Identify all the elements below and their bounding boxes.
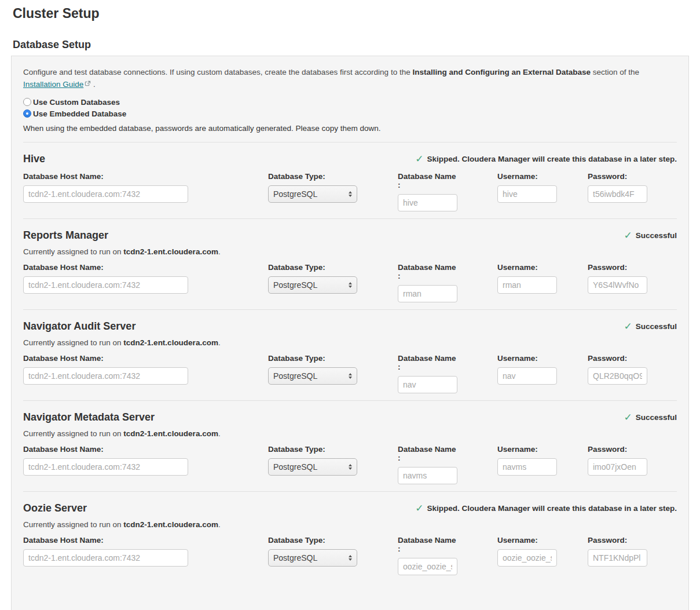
assigned-prefix: Currently assigned to run on: [23, 338, 122, 347]
db-type-selected-value: PostgreSQL: [273, 462, 317, 472]
select-stepper-icon: [349, 282, 352, 288]
status-text: Skipped. Cloudera Manager will create th…: [427, 155, 677, 163]
db-name-input[interactable]: [398, 194, 457, 211]
db-host-input[interactable]: [23, 367, 188, 385]
field-label-host: Database Host Name:: [23, 354, 188, 363]
db-name-input[interactable]: [398, 285, 457, 302]
db-type-selected-value: PostgreSQL: [273, 189, 317, 199]
check-icon: ✓: [624, 230, 632, 241]
status-text: Successful: [636, 231, 677, 240]
intro-text-part2: section of the: [593, 68, 639, 76]
radio-indicator-unselected-icon: [23, 98, 31, 106]
field-label-pass: Password:: [588, 263, 647, 272]
assigned-host-line: Currently assigned to run on tcdn2-1.ent…: [23, 247, 677, 256]
db-password-input[interactable]: [588, 458, 647, 476]
section-oozie-server: Oozie Server ✓Skipped. Cloudera Manager …: [23, 491, 677, 582]
intro-suffix: .: [93, 80, 96, 89]
db-type-select[interactable]: PostgreSQL: [268, 458, 357, 476]
field-label-pass: Password:: [588, 354, 647, 363]
select-stepper-icon: [349, 555, 352, 561]
db-name-input[interactable]: [398, 558, 457, 575]
db-password-input[interactable]: [588, 276, 647, 294]
status-badge: ✓Successful: [624, 229, 677, 242]
db-host-input[interactable]: [23, 549, 188, 567]
installation-guide-link[interactable]: Installation Guide: [23, 80, 83, 89]
field-label-host: Database Host Name:: [23, 536, 188, 545]
assigned-prefix: Currently assigned to run on: [23, 247, 122, 256]
external-link-icon: [85, 79, 91, 91]
status-badge: ✓Successful: [624, 411, 677, 423]
assigned-host: tcdn2-1.ent.cloudera.com: [123, 338, 218, 347]
database-mode-radio-group: Use Custom Databases Use Embedded Databa…: [23, 98, 677, 118]
db-password-input[interactable]: [588, 367, 647, 385]
field-label-name: Database Name :: [398, 536, 457, 553]
assigned-host: tcdn2-1.ent.cloudera.com: [123, 429, 218, 438]
field-label-name: Database Name :: [398, 263, 457, 280]
db-username-input[interactable]: [497, 185, 557, 203]
field-label-pass: Password:: [588, 445, 647, 454]
field-label-user: Username:: [497, 263, 557, 272]
db-name-input[interactable]: [398, 376, 457, 393]
database-setup-panel: Configure and test database connections.…: [11, 56, 689, 610]
check-icon: ✓: [624, 412, 632, 423]
db-type-select[interactable]: PostgreSQL: [268, 549, 357, 567]
field-label-user: Username:: [497, 172, 557, 181]
section-reports-manager: Reports Manager ✓Successful Currently as…: [23, 218, 677, 309]
db-name-input[interactable]: [398, 467, 457, 484]
check-icon: ✓: [415, 154, 423, 165]
status-badge: ✓Skipped. Cloudera Manager will create t…: [415, 502, 677, 514]
db-type-select[interactable]: PostgreSQL: [268, 276, 357, 294]
field-label-name: Database Name :: [398, 172, 457, 189]
section-hive: Hive ✓Skipped. Cloudera Manager will cre…: [23, 142, 677, 218]
field-label-type: Database Type:: [268, 536, 357, 545]
field-label-user: Username:: [497, 354, 557, 363]
field-label-host: Database Host Name:: [23, 445, 188, 454]
assigned-host-line: Currently assigned to run on tcdn2-1.ent…: [23, 520, 677, 529]
field-label-name: Database Name :: [398, 354, 457, 371]
section-title: Navigator Metadata Server: [23, 411, 155, 423]
intro-text-part1: Configure and test database connections.…: [23, 68, 411, 76]
radio-label-custom: Use Custom Databases: [33, 98, 120, 107]
assigned-suffix: .: [218, 429, 221, 438]
status-text: Successful: [636, 413, 677, 422]
db-host-input[interactable]: [23, 276, 188, 294]
section-navigator-metadata-server: Navigator Metadata Server ✓Successful Cu…: [23, 400, 677, 491]
radio-use-custom-databases[interactable]: Use Custom Databases: [23, 98, 677, 107]
section-title: Hive: [23, 153, 45, 165]
field-label-host: Database Host Name:: [23, 263, 188, 272]
assigned-suffix: .: [218, 520, 221, 529]
status-badge: ✓Successful: [624, 320, 677, 333]
db-username-input[interactable]: [497, 367, 557, 385]
db-username-input[interactable]: [497, 276, 557, 294]
intro-text: Configure and test database connections.…: [23, 67, 677, 91]
section-title: Navigator Audit Server: [23, 320, 135, 333]
field-label-type: Database Type:: [268, 445, 357, 454]
db-host-input[interactable]: [23, 185, 188, 203]
radio-label-embedded: Use Embedded Database: [33, 109, 126, 118]
section-title: Oozie Server: [23, 502, 87, 514]
field-label-type: Database Type:: [268, 172, 357, 181]
field-label-type: Database Type:: [268, 354, 357, 363]
db-password-input[interactable]: [588, 549, 647, 567]
field-label-pass: Password:: [588, 172, 647, 181]
section-navigator-audit-server: Navigator Audit Server ✓Successful Curre…: [23, 309, 677, 400]
field-label-pass: Password:: [588, 536, 647, 545]
db-host-input[interactable]: [23, 458, 188, 476]
cluster-setup-page: Cluster Setup Database Setup Configure a…: [0, 0, 700, 610]
db-username-input[interactable]: [497, 549, 557, 567]
assigned-host-line: Currently assigned to run on tcdn2-1.ent…: [23, 338, 677, 347]
intro-bold-section-name: Installing and Configuring an External D…: [412, 68, 591, 76]
db-username-input[interactable]: [497, 458, 557, 476]
radio-indicator-selected-icon: [23, 109, 31, 118]
field-label-name: Database Name :: [398, 445, 457, 462]
field-label-user: Username:: [497, 445, 557, 454]
field-label-user: Username:: [497, 536, 557, 545]
select-stepper-icon: [349, 464, 352, 470]
db-type-select[interactable]: PostgreSQL: [268, 185, 357, 203]
status-text: Successful: [636, 322, 677, 331]
db-password-input[interactable]: [588, 185, 647, 203]
radio-use-embedded-database[interactable]: Use Embedded Database: [23, 109, 677, 118]
db-type-select[interactable]: PostgreSQL: [268, 367, 357, 385]
section-title: Reports Manager: [23, 229, 108, 242]
assigned-suffix: .: [218, 338, 221, 347]
